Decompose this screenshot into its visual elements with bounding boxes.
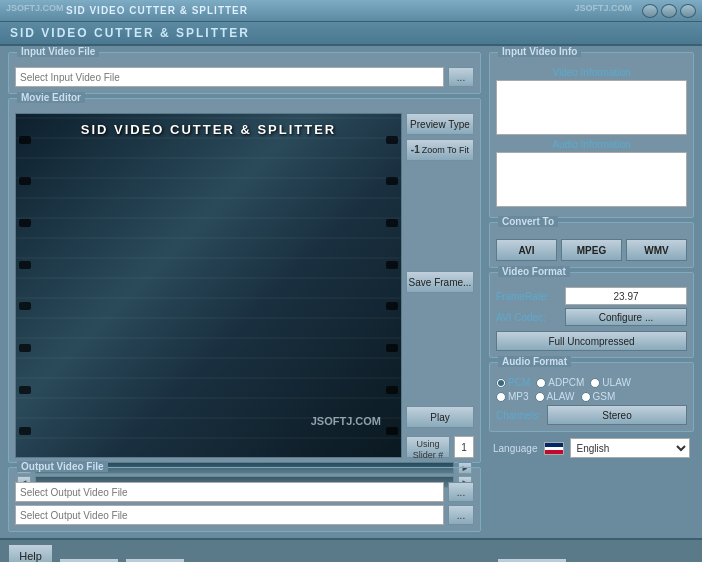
input-file-field[interactable] (15, 67, 444, 87)
gsm-radio[interactable]: GSM (581, 391, 616, 402)
top-watermark-left: JSOFTJ.COM (6, 3, 64, 13)
film-hole (19, 136, 31, 144)
output-browse-button-2[interactable]: ... (448, 505, 474, 525)
mpeg-button[interactable]: MPEG (561, 239, 622, 261)
video-watermark: JSOFTJ.COM (311, 415, 381, 427)
preview-type-button[interactable]: Preview Type (406, 113, 474, 135)
input-browse-button[interactable]: ... (448, 67, 474, 87)
bottom-bar: Help Exit Cut Split Cancel JSOFTJ.COM JS… (0, 538, 702, 562)
ulaw-radio-dot (590, 378, 600, 388)
output-row-2: ... (15, 505, 474, 525)
adpcm-label: ADPCM (548, 377, 584, 388)
film-hole (386, 219, 398, 227)
close-button[interactable] (680, 4, 696, 18)
output-file-field-1[interactable] (15, 482, 444, 502)
input-video-file-group: Input Video File ... (8, 52, 481, 94)
configure-button[interactable]: Configure ... (565, 308, 687, 326)
stereo-button[interactable]: Stereo (547, 405, 687, 425)
pcm-label: PCM (508, 377, 530, 388)
title-bar: JSOFTJ.COM SID VIDEO CUTTER & SPLITTER J… (0, 0, 702, 22)
top-watermark-right: JSOFTJ.COM (574, 3, 632, 13)
slider-number: 1 (454, 436, 474, 458)
mp3-radio[interactable]: MP3 (496, 391, 529, 402)
app-title-bar: SID VIDEO CUTTER & SPLITTER (66, 5, 248, 16)
movie-editor-group: Movie Editor (8, 98, 481, 463)
left-panel: Input Video File ... Movie Editor (8, 52, 481, 532)
ulaw-radio[interactable]: ULAW (590, 377, 631, 388)
audio-format-label: Audio Format (498, 356, 571, 367)
gsm-radio-dot (581, 392, 591, 402)
film-hole (386, 427, 398, 435)
alaw-label: ALAW (547, 391, 575, 402)
main-content: Input Video File ... Movie Editor (0, 46, 702, 538)
cut-button[interactable]: Cut (59, 558, 119, 562)
alaw-radio[interactable]: ALAW (535, 391, 575, 402)
pcm-radio-dot (496, 378, 506, 388)
pcm-radio[interactable]: PCM (496, 377, 530, 388)
split-button[interactable]: Split (125, 558, 185, 562)
language-select[interactable]: English Spanish French German (570, 438, 691, 458)
flag-container (544, 442, 564, 455)
wmv-button[interactable]: WMV (626, 239, 687, 261)
movie-editor-inner: SID VIDEO CUTTER & SPLITTER JSOFTJ.COM P… (15, 113, 474, 458)
film-hole (19, 344, 31, 352)
using-slider-button[interactable]: UsingSlider # (406, 436, 450, 458)
film-hole (386, 177, 398, 185)
video-format-group: Video Format FrameRate: 23.97 AVI Codec:… (489, 272, 694, 358)
audio-row-2: MP3 ALAW GSM (496, 391, 687, 402)
language-label: Language (493, 443, 538, 454)
audio-information-label: Audio Information (496, 139, 687, 150)
gsm-label: GSM (593, 391, 616, 402)
film-hole (386, 261, 398, 269)
framerate-value: 23.97 (565, 287, 687, 305)
cancel-button[interactable]: Cancel (497, 558, 567, 562)
video-preview: SID VIDEO CUTTER & SPLITTER JSOFTJ.COM (15, 113, 402, 458)
video-information-label: Video Information (496, 67, 687, 78)
play-button[interactable]: Play (406, 406, 474, 428)
channels-row: Channels: Stereo (496, 405, 687, 425)
mp3-radio-dot (496, 392, 506, 402)
audio-row-1: PCM ADPCM ULAW (496, 377, 687, 388)
zoom-minus-icon: -1 (411, 139, 420, 161)
zoom-to-fit-button[interactable]: -1 Zoom To Fit (406, 139, 474, 161)
output-file-field-2[interactable] (15, 505, 444, 525)
audio-info-section: Audio Information (496, 139, 687, 207)
convert-to-group: Convert To AVI MPEG WMV (489, 222, 694, 268)
channels-label: Channels: (496, 410, 541, 421)
minimize-button[interactable] (642, 4, 658, 18)
help-button[interactable]: Help (8, 544, 53, 562)
using-slider-label: UsingSlider # (413, 439, 444, 460)
film-holes-left (16, 114, 34, 457)
convert-to-label: Convert To (498, 216, 558, 227)
avi-button[interactable]: AVI (496, 239, 557, 261)
language-row: Language English Spanish French German (489, 436, 694, 460)
video-title-overlay: SID VIDEO CUTTER & SPLITTER (16, 122, 401, 137)
full-uncompressed-button[interactable]: Full Uncompressed (496, 331, 687, 351)
app-subtitle-row: SID VIDEO CUTTER & SPLITTER (0, 22, 702, 46)
mp3-label: MP3 (508, 391, 529, 402)
ulaw-label: ULAW (602, 377, 631, 388)
film-hole (386, 302, 398, 310)
framerate-row: FrameRate: 23.97 (496, 287, 687, 305)
framerate-label: FrameRate: (496, 291, 561, 302)
film-hole (19, 386, 31, 394)
video-info-section: Video Information (496, 67, 687, 135)
output-browse-button-1[interactable]: ... (448, 482, 474, 502)
film-hole (386, 386, 398, 394)
film-holes-right (383, 114, 401, 457)
zoom-label: Zoom To Fit (422, 139, 469, 161)
audio-format-group: Audio Format PCM ADPCM ULAW MP3 (489, 362, 694, 432)
film-hole (19, 261, 31, 269)
output-video-file-group: Output Video File ... ... (8, 467, 481, 532)
adpcm-radio[interactable]: ADPCM (536, 377, 584, 388)
save-frame-button[interactable]: Save Frame... (406, 271, 474, 293)
video-info-box (496, 80, 687, 135)
input-video-file-label: Input Video File (17, 46, 99, 57)
film-hole (19, 302, 31, 310)
maximize-button[interactable] (661, 4, 677, 18)
film-hole (19, 219, 31, 227)
app-subtitle: SID VIDEO CUTTER & SPLITTER (10, 26, 250, 40)
codec-label: AVI Codec: (496, 312, 561, 323)
audio-info-box (496, 152, 687, 207)
output-video-file-label: Output Video File (17, 461, 108, 472)
